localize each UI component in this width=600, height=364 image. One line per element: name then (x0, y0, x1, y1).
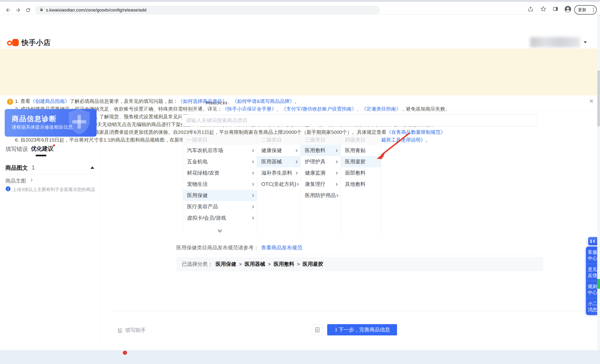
category-item[interactable]: 医用保健 (183, 190, 257, 201)
diagnosis-title: 商品信息诊断 (12, 114, 57, 124)
side-panel-icon[interactable] (553, 6, 558, 13)
chevron-right-icon (251, 194, 254, 197)
chevron-right-icon (295, 160, 298, 163)
category-item[interactable]: 鲜花绿植/农资 (183, 167, 257, 179)
account-info-blurred[interactable] (530, 37, 580, 47)
info-icon: ! (6, 186, 10, 191)
chevron-right-icon (251, 160, 254, 163)
share-icon[interactable] (528, 6, 534, 13)
selected-category: 医用敷料 (273, 261, 294, 267)
chevron-right-icon (251, 149, 254, 152)
back-icon[interactable] (5, 7, 12, 14)
browser-update-button[interactable]: 更新 (574, 5, 597, 15)
category-item[interactable]: 医用膏贴 (341, 145, 381, 156)
cascader-column: 二级类目健康保健医用器械滋补养生原料OTC(非处方药) (257, 135, 301, 235)
save-draft-button[interactable] (312, 324, 323, 335)
section-product-media-title: 商品图文 (5, 164, 28, 172)
category-item[interactable]: 面部敷料 (341, 167, 381, 179)
chevron-right-icon (295, 172, 298, 175)
category-item[interactable]: 医用器械 (257, 156, 300, 167)
category-item[interactable]: 滋补养生原料 (257, 167, 300, 179)
menu-kebab-icon[interactable] (593, 8, 594, 12)
upload-tip: 上传3张以上主图有利于全面展示您的商品 (12, 187, 95, 193)
cascader-column: 四级类目医用膏贴医用凝胶面部敷料其他敷料 (341, 135, 381, 235)
category-item[interactable]: 康复理疗 (301, 179, 341, 190)
cascader-column-header: 三级类目 (301, 135, 341, 145)
cascader-column: 三级类目医用敷料护理护具健康监测康复理疗医用防护用品 (301, 135, 341, 235)
category-item[interactable]: 汽车农机后市场 (183, 145, 257, 156)
fill-assistant-button[interactable]: 填写助手 (117, 327, 146, 334)
category-item[interactable]: 医疗美容产品 (183, 201, 257, 212)
category-item[interactable]: 医用凝胶 (341, 156, 381, 167)
category-item[interactable]: 医用敷料 (301, 145, 341, 156)
banner-close-icon[interactable]: × (589, 97, 594, 105)
category-cascader: 一级类目汽车农机后市场五金机电鲜花绿植/农资宠物生活医用保健医疗美容产品虚拟卡/… (183, 135, 381, 235)
chevron-right-icon (335, 160, 338, 163)
category-item[interactable]: 健康保健 (257, 145, 300, 156)
chevron-right-icon (251, 183, 254, 186)
site-header: 快手小店 (0, 15, 600, 48)
screen: s.kwaixiaodian.com/zone/goods/config/rel… (0, 0, 600, 364)
category-item[interactable]: 其他敷料 (341, 179, 381, 190)
expand-more-button[interactable] (183, 224, 257, 235)
view-publish-rules-link[interactable]: 查看商品发布规范 (261, 245, 302, 251)
chevron-right-icon (335, 172, 338, 175)
selected-category-bar: 已选择分类： 医用保健>医用器械>医用敷料>医用凝胶 (176, 257, 543, 271)
divider (108, 111, 595, 111)
chevron-right-icon (29, 179, 33, 182)
lock-icon (39, 8, 44, 13)
assistant-robot-icon[interactable] (587, 236, 599, 246)
scrollbar-track[interactable] (597, 15, 600, 350)
chevron-right-icon (251, 205, 254, 208)
scrollbar-marker (597, 279, 600, 289)
category-item[interactable]: 虚拟卡/会员/游戏 (183, 212, 257, 224)
reload-icon[interactable] (24, 7, 31, 14)
selected-category: 医用保健 (216, 261, 236, 267)
sidebar-item-main-image[interactable]: 商品主图 (5, 177, 26, 185)
notice-line: 1. 查看《创建商品指南》了解必填商品信息要求，及常见的填写问题，如：《如何选择… (15, 97, 582, 105)
bookmark-star-icon[interactable] (541, 6, 546, 13)
category-item[interactable]: 宠物生活 (183, 179, 257, 190)
divider (101, 95, 101, 364)
shield-plus-icon (65, 109, 93, 137)
profile-avatar-icon[interactable] (564, 6, 572, 14)
chevron-right-icon (335, 194, 338, 197)
browser-tabstrip (0, 0, 600, 2)
category-search (182, 115, 537, 126)
windows-taskbar: 搜索 1 (0, 350, 600, 364)
assistant-icon (117, 327, 123, 333)
forward-icon[interactable] (15, 7, 22, 14)
category-item[interactable]: OTC(非处方药) (257, 179, 300, 190)
selected-category: 医用器械 (245, 261, 265, 267)
collapse-caret-icon[interactable] (91, 166, 94, 169)
category-item[interactable]: 医用防护用品 (301, 190, 341, 201)
diagnosis-card: 商品信息诊断 请根据具体提示修改相应信息 (5, 109, 97, 137)
cascader-column-header: 一级类目 (183, 135, 257, 145)
notice-link[interactable]: 《在售商品数量限制规范》 (386, 129, 446, 135)
next-step-button[interactable]: 下一步，完善商品信息 (327, 324, 397, 336)
category-search-input[interactable] (182, 115, 537, 126)
warning-icon: ! (7, 99, 13, 105)
tab-fill-errors[interactable]: 填写错误 (5, 145, 28, 153)
divider (5, 174, 94, 174)
tab-optimize-suggestions[interactable]: 优化建议 (31, 145, 53, 152)
chevron-right-icon (251, 216, 254, 220)
url-text: s.kwaixiaodian.com/zone/goods/config/rel… (46, 8, 147, 13)
category-item[interactable]: 五金机电 (183, 156, 257, 167)
selected-label: 已选择分类： (182, 261, 213, 268)
chevron-right-icon (296, 183, 299, 186)
notice-link[interactable]: 《创建商品指南》 (30, 98, 70, 104)
category-item[interactable]: 护理护具 (301, 156, 341, 167)
category-item[interactable]: 健康监测 (301, 167, 341, 179)
notification-dot (53, 144, 55, 147)
scrollbar-thumb[interactable] (597, 70, 600, 127)
chevron-right-icon (335, 183, 338, 186)
notice-banner: ! 1. 查看《创建商品指南》了解必填商品信息要求，及常见的填写问题，如：《如何… (0, 48, 600, 95)
account-dropdown-caret-icon[interactable] (584, 41, 587, 43)
chevron-right-icon (251, 172, 254, 175)
cascader-column-header: 四级类目 (341, 135, 381, 145)
url-bar[interactable]: s.kwaixiaodian.com/zone/goods/config/rel… (35, 6, 380, 15)
selected-path: 医用保健>医用器械>医用敷料>医用凝胶 (213, 261, 326, 268)
section-count: 1 (32, 164, 35, 171)
brand-logo[interactable]: 快手小店 (7, 37, 51, 48)
